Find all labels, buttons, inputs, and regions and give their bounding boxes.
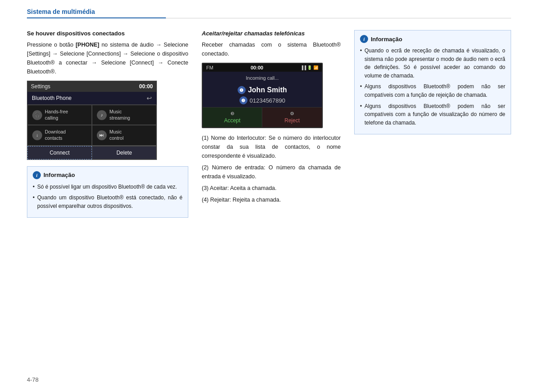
reject-badge: ❹ bbox=[290, 111, 294, 116]
phone-action-buttons: ❸ Accept ❹ Reject bbox=[203, 107, 322, 127]
caller-name-text: John Smith bbox=[248, 86, 287, 94]
phone-status-bar: FM 00:00 ▐▐ 🔋 📶 bbox=[203, 64, 322, 72]
middle-body-text: Receber chamadas com o sistema Bluetooth… bbox=[202, 40, 341, 58]
info-title-text-left: Informação bbox=[43, 172, 75, 178]
numbered-item-2: (2) Número de entrada: O número da chama… bbox=[202, 163, 341, 181]
settings-footer: Connect Delete bbox=[27, 146, 156, 159]
right-info-item-2: Alguns dispositivos Bluetooth® podem não… bbox=[360, 82, 505, 99]
right-info-item-1: Quando o ecrã de receção de chamada é vi… bbox=[360, 47, 505, 80]
info-item-2: Quando um dispositivo Bluetooth® está co… bbox=[33, 194, 182, 210]
music-streaming-label: Musicstreaming bbox=[109, 109, 130, 121]
info-box-left-title: i Informação bbox=[33, 171, 182, 179]
settings-grid: 🎧 Hands-freecalling ♪ Musicstreaming ↓ D… bbox=[27, 104, 156, 146]
phone-fm-label: FM bbox=[206, 65, 213, 70]
left-section-heading: Se houver dispositivos conectados bbox=[27, 30, 188, 37]
hands-free-label: Hands-freecalling bbox=[45, 109, 68, 121]
page-header: Sistema de multimédia bbox=[0, 0, 538, 18]
numbered-item-3: (3) Aceitar: Aceita a chamada. bbox=[202, 184, 341, 193]
reject-button[interactable]: ❹ Reject bbox=[262, 108, 322, 127]
caller-number-text: 01234567890 bbox=[250, 97, 286, 104]
phone-caller-number: ❷ 01234567890 bbox=[203, 95, 322, 107]
middle-section-heading: Aceitar/rejeitar chamadas telefónicas bbox=[202, 30, 341, 37]
info-title-text-right: Informação bbox=[371, 36, 402, 43]
phone-screen: FM 00:00 ▐▐ 🔋 📶 Incoming call... ❶ John … bbox=[202, 63, 323, 128]
music-control-label: Musiccontrol bbox=[109, 129, 124, 141]
phone-time: 00:00 bbox=[251, 65, 263, 70]
info-list-left: Só é possível ligar um dispositivo Bluet… bbox=[33, 183, 182, 211]
back-icon[interactable]: ↩ bbox=[147, 95, 152, 102]
delete-button[interactable]: Delete bbox=[92, 146, 156, 159]
page-number: 4-78 bbox=[27, 376, 39, 383]
hands-free-cell[interactable]: 🎧 Hands-freecalling bbox=[27, 105, 92, 125]
caller-badge-1: ❶ bbox=[238, 86, 246, 94]
music-control-icon: ⏭ bbox=[97, 130, 107, 140]
numbered-item-1: (1) Nome do Interlocutor: Se o número do… bbox=[202, 134, 341, 160]
phone-incoming-text: Incoming call... bbox=[203, 72, 322, 84]
info-icon-right: i bbox=[360, 35, 368, 43]
download-icon: ↓ bbox=[32, 130, 42, 140]
music-control-cell[interactable]: ⏭ Musiccontrol bbox=[92, 125, 156, 145]
info-box-right-title: i Informação bbox=[360, 35, 505, 43]
accept-badge: ❸ bbox=[230, 111, 234, 116]
accept-button[interactable]: ❸ Accept bbox=[203, 108, 262, 127]
left-column: Se houver dispositivos conectados Pressi… bbox=[27, 30, 188, 221]
caller-badge-2: ❷ bbox=[239, 96, 247, 104]
bluetooth-phone-label: Bluetooth Phone bbox=[32, 95, 72, 101]
settings-header: Settings 00:00 bbox=[27, 81, 156, 92]
info-box-right: i Informação Quando o ecrã de receção de… bbox=[354, 30, 511, 134]
hands-free-icon: 🎧 bbox=[32, 110, 42, 120]
numbered-item-4: (4) Rejeitar: Rejeita a chamada. bbox=[202, 195, 341, 204]
connect-button[interactable]: Connect bbox=[27, 146, 92, 159]
download-contacts-label: Downloadcontacts bbox=[45, 129, 66, 141]
info-item-1: Só é possível ligar um dispositivo Bluet… bbox=[33, 183, 182, 191]
music-streaming-cell[interactable]: ♪ Musicstreaming bbox=[92, 105, 156, 125]
download-contacts-cell[interactable]: ↓ Downloadcontacts bbox=[27, 125, 92, 145]
info-box-left: i Informação Só é possível ligar um disp… bbox=[27, 166, 188, 218]
phone-status-icons: ▐▐ 🔋 📶 bbox=[300, 65, 318, 70]
header-title: Sistema de multimédia bbox=[27, 8, 166, 18]
right-column: i Informação Quando o ecrã de receção de… bbox=[354, 30, 511, 221]
reject-label: Reject bbox=[284, 117, 299, 124]
settings-row-title: Bluetooth Phone ↩ bbox=[27, 92, 156, 104]
phone-caller-name: ❶ John Smith bbox=[203, 84, 322, 95]
settings-screen: Settings 00:00 Bluetooth Phone ↩ 🎧 Hands… bbox=[27, 81, 157, 160]
settings-label: Settings bbox=[31, 83, 50, 90]
middle-column: Aceitar/rejeitar chamadas telefónicas Re… bbox=[202, 30, 341, 221]
info-list-right: Quando o ecrã de receção de chamada é vi… bbox=[360, 47, 505, 127]
left-body-text: Pressione o botão [PHONE] no sistema de … bbox=[27, 40, 188, 76]
music-streaming-icon: ♪ bbox=[97, 110, 107, 120]
main-content: Se houver dispositivos conectados Pressi… bbox=[0, 21, 538, 230]
info-icon-left: i bbox=[33, 171, 41, 179]
settings-time: 00:00 bbox=[139, 83, 153, 90]
accept-label: Accept bbox=[224, 117, 241, 124]
right-info-item-3: Alguns dispositivos Bluetooth® podem não… bbox=[360, 102, 505, 127]
